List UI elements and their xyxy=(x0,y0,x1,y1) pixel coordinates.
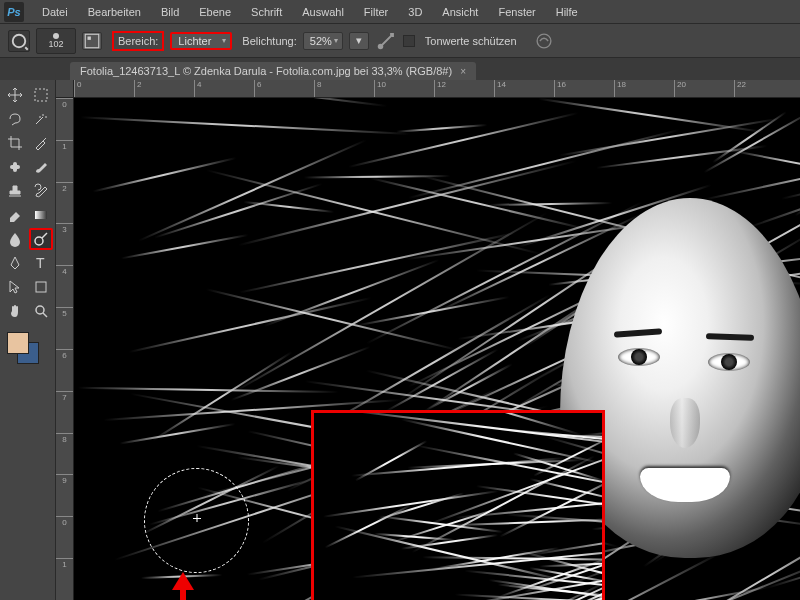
workspace: T 0246810121416182022 012345678901 xyxy=(0,80,800,600)
tool-crop[interactable] xyxy=(3,132,27,154)
svg-point-5 xyxy=(537,34,551,48)
protect-tones-label: Tonwerte schützen xyxy=(425,35,517,47)
fg-color-swatch[interactable] xyxy=(7,332,29,354)
svg-point-4 xyxy=(378,43,384,49)
range-label: Bereich: xyxy=(112,31,164,51)
tool-move[interactable] xyxy=(3,84,27,106)
exposure-value[interactable]: 52% xyxy=(303,32,343,50)
color-swatches[interactable] xyxy=(3,332,53,372)
protect-tones-checkbox[interactable] xyxy=(403,35,415,47)
range-select[interactable]: Lichter xyxy=(170,32,232,50)
close-tab-icon[interactable]: × xyxy=(460,66,466,77)
menu-window[interactable]: Fenster xyxy=(488,3,545,21)
tool-brush[interactable] xyxy=(29,156,53,178)
menu-layer[interactable]: Ebene xyxy=(189,3,241,21)
menu-image[interactable]: Bild xyxy=(151,3,189,21)
svg-line-11 xyxy=(42,233,47,238)
menu-bar: Ps Datei Bearbeiten Bild Ebene Schrift A… xyxy=(0,0,800,24)
svg-rect-6 xyxy=(35,89,47,101)
menu-filter[interactable]: Filter xyxy=(354,3,398,21)
pressure-icon[interactable] xyxy=(533,30,555,52)
tool-gradient[interactable] xyxy=(29,204,53,226)
brush-size-value: 102 xyxy=(48,39,63,49)
tool-history-brush[interactable] xyxy=(29,180,53,202)
tool-shape[interactable] xyxy=(29,276,53,298)
tool-lasso[interactable] xyxy=(3,108,27,130)
annotation-arrow xyxy=(180,588,186,600)
ruler-horizontal[interactable]: 0246810121416182022 xyxy=(74,80,800,98)
tool-panel: T xyxy=(0,80,56,600)
tool-preset-icon[interactable] xyxy=(8,30,30,52)
svg-rect-8 xyxy=(13,162,17,172)
svg-rect-2 xyxy=(85,34,99,48)
ruler-vertical[interactable]: 012345678901 xyxy=(56,98,74,600)
svg-rect-9 xyxy=(35,211,47,219)
menu-select[interactable]: Auswahl xyxy=(292,3,354,21)
tool-stamp[interactable] xyxy=(3,180,27,202)
brush-size-preview[interactable]: 102 xyxy=(36,28,76,54)
svg-point-10 xyxy=(35,237,43,245)
svg-point-14 xyxy=(36,306,44,314)
menu-file[interactable]: Datei xyxy=(32,3,78,21)
app-logo: Ps xyxy=(4,2,24,22)
svg-point-0 xyxy=(13,34,26,47)
tool-eraser[interactable] xyxy=(3,204,27,226)
tool-hand[interactable] xyxy=(3,300,27,322)
document-tab[interactable]: Fotolia_12463713_L © Zdenka Darula - Fot… xyxy=(70,62,476,80)
svg-rect-3 xyxy=(88,36,91,39)
menu-view[interactable]: Ansicht xyxy=(432,3,488,21)
menu-edit[interactable]: Bearbeiten xyxy=(78,3,151,21)
tool-blur[interactable] xyxy=(3,228,27,250)
tool-wand[interactable] xyxy=(29,108,53,130)
document-canvas[interactable]: vorher nachher xyxy=(74,98,800,600)
tool-marquee[interactable] xyxy=(29,84,53,106)
svg-line-1 xyxy=(25,47,28,50)
options-bar: 102 Bereich: Lichter Belichtung: 52% ▾ T… xyxy=(0,24,800,58)
document-tab-title: Fotolia_12463713_L © Zdenka Darula - Fot… xyxy=(80,65,452,77)
tool-path-select[interactable] xyxy=(3,276,27,298)
tab-bar: Fotolia_12463713_L © Zdenka Darula - Fot… xyxy=(0,58,800,80)
tool-dodge[interactable] xyxy=(29,228,53,250)
tool-heal[interactable] xyxy=(3,156,27,178)
airbrush-icon[interactable] xyxy=(375,30,397,52)
exposure-label: Belichtung: xyxy=(242,35,296,47)
menu-3d[interactable]: 3D xyxy=(398,3,432,21)
canvas-area: 0246810121416182022 012345678901 xyxy=(56,80,800,600)
tool-type[interactable]: T xyxy=(29,252,53,274)
svg-rect-13 xyxy=(36,282,46,292)
tool-eyedropper[interactable] xyxy=(29,132,53,154)
svg-text:T: T xyxy=(36,255,45,271)
tool-pen[interactable] xyxy=(3,252,27,274)
svg-line-15 xyxy=(43,313,47,317)
tool-zoom[interactable] xyxy=(29,300,53,322)
inset-after xyxy=(311,410,605,600)
brush-panel-toggle[interactable] xyxy=(82,32,102,50)
exposure-dropdown[interactable]: ▾ xyxy=(349,32,369,50)
menu-help[interactable]: Hilfe xyxy=(546,3,588,21)
menu-type[interactable]: Schrift xyxy=(241,3,292,21)
brush-cursor xyxy=(144,468,249,573)
ruler-origin[interactable] xyxy=(56,80,74,98)
